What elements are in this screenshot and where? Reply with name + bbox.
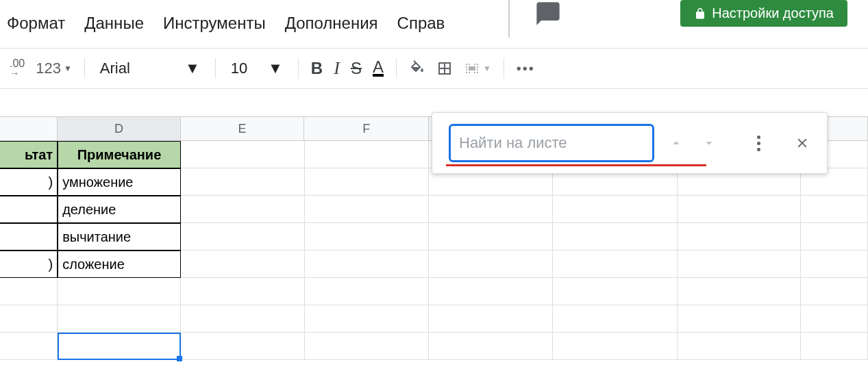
cell[interactable] xyxy=(305,333,430,360)
cell[interactable] xyxy=(0,305,58,333)
fill-color-button[interactable] xyxy=(404,55,431,82)
cell[interactable] xyxy=(429,278,553,305)
cell[interactable] xyxy=(305,250,430,278)
menu-help[interactable]: Справ xyxy=(397,14,445,33)
menu-addons[interactable]: Дополнения xyxy=(285,14,378,33)
selected-cell[interactable] xyxy=(58,333,181,360)
cell[interactable] xyxy=(305,196,430,223)
more-button[interactable]: ••• xyxy=(511,55,541,82)
cell[interactable] xyxy=(0,333,58,360)
cell[interactable] xyxy=(678,250,802,278)
font-size-dropdown[interactable]: 10 ▼ xyxy=(223,60,291,77)
font-family-dropdown[interactable]: Arial ▼ xyxy=(92,60,208,77)
decimal-label: .00 xyxy=(10,59,25,68)
chevron-down-icon: ▼ xyxy=(268,60,283,77)
text-color-button[interactable]: A xyxy=(367,55,389,82)
cell[interactable]: деление xyxy=(58,196,181,223)
cell[interactable] xyxy=(181,168,305,196)
find-options-button[interactable] xyxy=(747,132,769,154)
menu-data[interactable]: Данные xyxy=(84,14,144,33)
chevron-down-icon: ▼ xyxy=(483,64,491,73)
chevron-down-icon: ▼ xyxy=(185,60,200,77)
find-close-button[interactable] xyxy=(791,132,813,154)
cell[interactable] xyxy=(553,333,678,360)
cell[interactable] xyxy=(58,278,181,305)
cell[interactable] xyxy=(429,196,553,223)
cell-header-left[interactable]: ьтат xyxy=(0,141,58,168)
cell[interactable] xyxy=(801,196,868,223)
cell[interactable] xyxy=(181,333,305,360)
cell[interactable] xyxy=(801,305,868,333)
cell[interactable] xyxy=(553,305,678,333)
decrease-decimal-button[interactable]: .00 → xyxy=(4,55,30,82)
cell[interactable] xyxy=(678,196,802,223)
divider xyxy=(504,58,504,79)
cell[interactable]: ) xyxy=(0,168,58,196)
cell[interactable] xyxy=(58,305,181,333)
cell[interactable] xyxy=(553,196,678,223)
table-row: ) сложение xyxy=(0,250,868,278)
comment-icon[interactable] xyxy=(534,0,562,27)
find-input[interactable] xyxy=(449,124,654,162)
cell[interactable] xyxy=(305,223,430,250)
paint-bucket-icon xyxy=(409,60,425,77)
share-label: Настройки доступа xyxy=(712,5,834,21)
menu-tools[interactable]: Инструменты xyxy=(163,14,266,33)
cell[interactable] xyxy=(553,223,678,250)
cell[interactable] xyxy=(678,223,802,250)
find-next-button[interactable] xyxy=(698,132,720,154)
cell[interactable] xyxy=(801,278,868,305)
chevron-down-icon: ▼ xyxy=(64,64,72,73)
cell[interactable]: ) xyxy=(0,250,58,278)
cell[interactable] xyxy=(429,223,553,250)
cell[interactable] xyxy=(801,250,868,278)
borders-icon xyxy=(436,60,453,77)
menu-format[interactable]: Формат xyxy=(7,14,65,33)
column-header-d[interactable]: D xyxy=(58,117,181,140)
column-header-partial[interactable] xyxy=(0,117,58,140)
cell[interactable] xyxy=(181,141,305,168)
merge-icon xyxy=(464,60,480,77)
cell[interactable] xyxy=(181,223,305,250)
italic-button[interactable]: I xyxy=(328,55,345,82)
cell[interactable] xyxy=(0,196,58,223)
cell[interactable] xyxy=(678,305,802,333)
cell[interactable] xyxy=(429,333,553,360)
cell[interactable] xyxy=(181,278,305,305)
strikethrough-button[interactable]: S xyxy=(345,55,367,82)
cell[interactable] xyxy=(0,223,58,250)
cell[interactable] xyxy=(429,250,553,278)
cell[interactable] xyxy=(801,223,868,250)
borders-button[interactable] xyxy=(431,55,458,82)
cell[interactable]: вычитание xyxy=(58,223,181,250)
format-number-dropdown[interactable]: 123 ▼ xyxy=(30,55,77,82)
merge-cells-dropdown[interactable]: ▼ xyxy=(458,55,497,82)
find-prev-button[interactable] xyxy=(665,132,687,154)
divider xyxy=(298,58,299,79)
size-label: 10 xyxy=(231,60,247,77)
divider xyxy=(84,58,85,79)
cell[interactable] xyxy=(305,168,430,196)
share-button[interactable]: Настройки доступа xyxy=(680,0,847,27)
cell[interactable] xyxy=(553,278,678,305)
bold-button[interactable]: B xyxy=(306,55,328,82)
cell[interactable] xyxy=(801,333,868,360)
cell[interactable]: умножение xyxy=(58,168,181,196)
chevron-down-icon xyxy=(702,136,717,151)
cell[interactable] xyxy=(0,278,58,305)
cell-header-d[interactable]: Примечание xyxy=(58,141,181,168)
cell[interactable] xyxy=(305,305,430,333)
cell[interactable] xyxy=(553,250,678,278)
cell[interactable] xyxy=(181,305,305,333)
cell[interactable] xyxy=(181,250,305,278)
cell[interactable] xyxy=(678,333,802,360)
cell[interactable] xyxy=(429,305,553,333)
cell[interactable] xyxy=(181,196,305,223)
cell[interactable] xyxy=(305,141,430,168)
cell[interactable] xyxy=(305,278,430,305)
cell[interactable] xyxy=(678,278,802,305)
column-header-f[interactable]: F xyxy=(304,117,429,140)
table-row: деление xyxy=(0,196,868,223)
column-header-e[interactable]: E xyxy=(181,117,305,140)
cell[interactable]: сложение xyxy=(58,250,181,278)
